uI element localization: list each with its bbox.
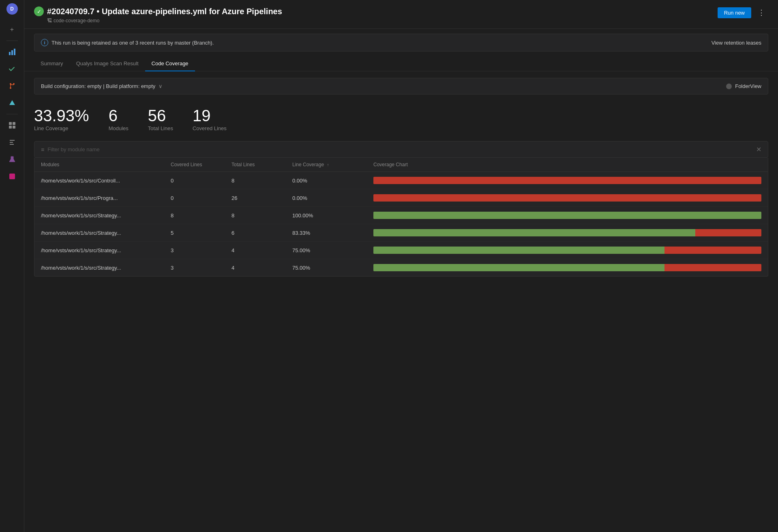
retention-message: i This run is being retained as one of 3… <box>41 39 214 46</box>
coverage-bar <box>373 247 761 254</box>
table-row[interactable]: /home/vsts/work/1/s/src/Controll... 0 8 … <box>34 172 768 189</box>
svg-rect-2 <box>14 49 15 55</box>
covered-lines-cell: 3 <box>171 247 231 253</box>
total-lines-cell: 4 <box>231 265 292 271</box>
total-lines-label: Total Lines <box>148 125 173 131</box>
stat-line-coverage: 33.93% Line Coverage <box>34 107 89 131</box>
line-coverage-cell: 0.00% <box>292 195 373 201</box>
table-header-row: Modules Covered Lines Total Lines Line C… <box>34 158 768 172</box>
svg-rect-11 <box>9 126 12 129</box>
flask-icon[interactable] <box>5 152 19 167</box>
stats-row: 33.93% Line Coverage 6 Modules 56 Total … <box>34 101 768 141</box>
tab-bar: Summary Qualys Image Scan Result Code Co… <box>24 56 778 71</box>
line-coverage-cell: 0.00% <box>292 178 373 184</box>
git-branch-icon[interactable] <box>5 79 19 93</box>
total-lines-cell: 8 <box>231 212 292 219</box>
line-coverage-value: 33.93% <box>34 107 89 124</box>
bar-covered <box>373 247 664 254</box>
sidebar-divider <box>6 41 18 41</box>
folder-view-label: FolderView <box>735 83 761 89</box>
module-path: /home/vsts/work/1/s/src/Controll... <box>41 178 171 184</box>
bar-uncovered <box>695 229 761 236</box>
chart-icon[interactable] <box>5 45 19 59</box>
covered-lines-cell: 0 <box>171 178 231 184</box>
bar-covered <box>373 212 761 219</box>
total-lines-cell: 26 <box>231 195 292 201</box>
tab-code-coverage[interactable]: Code Coverage <box>145 56 195 71</box>
module-path: /home/vsts/work/1/s/src/Strategy... <box>41 212 171 219</box>
sidebar-divider-2 <box>6 114 18 114</box>
covered-lines-cell: 5 <box>171 230 231 236</box>
covered-lines-cell: 3 <box>171 265 231 271</box>
table-row[interactable]: /home/vsts/work/1/s/src/Strategy... 5 6 … <box>34 224 768 242</box>
table-row[interactable]: /home/vsts/work/1/s/src/Strategy... 3 4 … <box>34 242 768 259</box>
toggle-dot[interactable] <box>726 84 732 89</box>
run-new-button[interactable]: Run new <box>718 7 751 18</box>
covered-lines-cell: 0 <box>171 195 231 201</box>
covered-lines-label: Covered Lines <box>193 125 227 131</box>
coverage-bar <box>373 229 761 236</box>
checkmark-icon[interactable] <box>5 62 19 76</box>
deploy-icon[interactable] <box>5 96 19 110</box>
add-icon[interactable]: + <box>5 22 19 37</box>
build-config-selector[interactable]: Build configuration: empty | Build platf… <box>41 83 163 89</box>
boards-icon[interactable] <box>5 118 19 133</box>
bar-uncovered <box>664 264 761 271</box>
svg-rect-1 <box>11 50 13 55</box>
stat-covered-lines: 19 Covered Lines <box>193 107 227 131</box>
svg-rect-9 <box>9 122 12 125</box>
line-coverage-cell: 100.00% <box>292 212 373 219</box>
status-icon: ✓ <box>34 6 44 16</box>
retention-banner: i This run is being retained as one of 3… <box>34 34 768 51</box>
tab-qualys[interactable]: Qualys Image Scan Result <box>70 56 145 71</box>
coverage-bar <box>373 177 761 184</box>
svg-rect-0 <box>9 52 11 55</box>
filter-placeholder: Filter by module name <box>47 146 100 152</box>
coverage-bar <box>373 212 761 219</box>
svg-rect-12 <box>13 126 15 129</box>
table-row[interactable]: /home/vsts/work/1/s/src/Strategy... 8 8 … <box>34 207 768 224</box>
filter-input-area[interactable]: ≡ Filter by module name <box>41 146 100 153</box>
run-title-row: ✓ #20240709.7 • Update azure-pipelines.y… <box>34 6 282 16</box>
tab-summary[interactable]: Summary <box>34 56 70 71</box>
bar-uncovered <box>373 194 761 202</box>
col-header-coverage-chart: Coverage Chart <box>373 162 761 167</box>
total-lines-value: 56 <box>148 107 173 124</box>
svg-point-5 <box>10 87 11 89</box>
col-header-line-coverage[interactable]: Line Coverage ↑ <box>292 162 373 167</box>
sidebar: D + <box>0 0 24 532</box>
header-left: ✓ #20240709.7 • Update azure-pipelines.y… <box>34 6 282 24</box>
svg-marker-8 <box>9 100 15 105</box>
line-coverage-cell: 75.00% <box>292 247 373 253</box>
coverage-bar <box>373 194 761 202</box>
stat-total-lines: 56 Total Lines <box>148 107 173 131</box>
stat-modules: 6 Modules <box>109 107 129 131</box>
folder-view-toggle: FolderView <box>726 83 761 89</box>
user-avatar[interactable]: D <box>6 3 18 15</box>
artifact-icon[interactable] <box>5 169 19 184</box>
col-header-total-lines[interactable]: Total Lines <box>231 162 292 167</box>
project-icon: 🏗 <box>47 18 52 24</box>
module-path: /home/vsts/work/1/s/src/Progra... <box>41 195 171 201</box>
covered-lines-value: 19 <box>193 107 227 124</box>
svg-rect-10 <box>13 122 15 125</box>
col-header-covered-lines[interactable]: Covered Lines <box>171 162 231 167</box>
more-options-button[interactable]: ⋮ <box>754 6 768 19</box>
main-content: ✓ #20240709.7 • Update azure-pipelines.y… <box>24 0 778 532</box>
total-lines-cell: 6 <box>231 230 292 236</box>
coverage-table: Modules Covered Lines Total Lines Line C… <box>34 158 768 277</box>
bar-uncovered <box>664 247 761 254</box>
col-header-modules[interactable]: Modules <box>41 162 171 167</box>
covered-lines-cell: 8 <box>171 212 231 219</box>
modules-label: Modules <box>109 125 129 131</box>
test-plans-icon[interactable] <box>5 135 19 150</box>
view-retention-leases-link[interactable]: View retention leases <box>712 40 761 46</box>
build-config-bar[interactable]: Build configuration: empty | Build platf… <box>34 78 768 94</box>
table-row[interactable]: /home/vsts/work/1/s/src/Progra... 0 26 0… <box>34 189 768 207</box>
table-row[interactable]: /home/vsts/work/1/s/src/Strategy... 3 4 … <box>34 259 768 276</box>
table-body: /home/vsts/work/1/s/src/Controll... 0 8 … <box>34 172 768 276</box>
header-actions: Run new ⋮ <box>718 6 768 19</box>
total-lines-cell: 8 <box>231 178 292 184</box>
filter-clear-button[interactable]: ✕ <box>756 146 761 153</box>
module-path: /home/vsts/work/1/s/src/Strategy... <box>41 265 171 271</box>
